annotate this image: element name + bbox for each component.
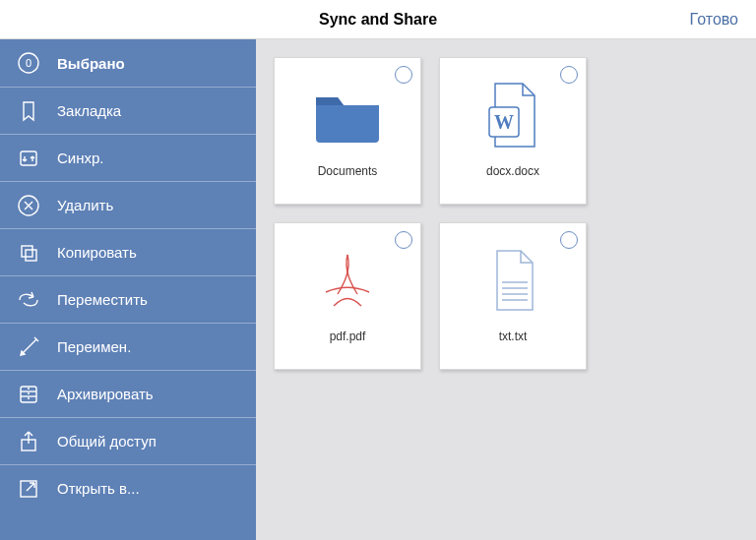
grid-tile-txt[interactable]: txt.txt bbox=[439, 222, 587, 370]
grid-tile-pdf[interactable]: pdf.pdf bbox=[274, 222, 421, 370]
svg-text:W: W bbox=[494, 111, 514, 133]
sidebar-item-label: Переимен. bbox=[57, 338, 131, 355]
sidebar-item-label: Удалить bbox=[57, 197, 113, 213]
sidebar-item-openin[interactable]: Открыть в... bbox=[0, 464, 256, 511]
pdf-icon bbox=[304, 237, 391, 324]
copy-icon bbox=[16, 240, 41, 266]
openin-icon bbox=[16, 476, 41, 502]
tile-label: pdf.pdf bbox=[330, 330, 366, 343]
sidebar-item-label: Открыть в... bbox=[57, 480, 140, 497]
sidebar-item-label: Синхр. bbox=[57, 150, 104, 166]
archive-icon bbox=[16, 382, 41, 407]
grid-tile-docx[interactable]: W docx.docx bbox=[439, 57, 587, 205]
grid-tile-folder[interactable]: Documents bbox=[274, 57, 421, 205]
sidebar-item-label: Копировать bbox=[57, 244, 137, 261]
done-button[interactable]: Готово bbox=[672, 11, 756, 29]
sidebar-item-copy[interactable]: Копировать bbox=[0, 228, 256, 275]
txt-icon bbox=[470, 237, 556, 324]
sidebar-item-share[interactable]: Общий доступ bbox=[0, 417, 256, 464]
move-icon bbox=[16, 287, 41, 313]
folder-icon bbox=[304, 72, 391, 158]
sidebar-item-rename[interactable]: Переимен. bbox=[0, 323, 256, 370]
docx-icon: W bbox=[470, 72, 556, 158]
sidebar-item-selected-count[interactable]: 0 Выбрано bbox=[0, 39, 256, 87]
sidebar-item-label: Выбрано bbox=[57, 55, 125, 72]
selected-count-icon: 0 bbox=[16, 50, 41, 76]
sidebar-item-bookmark[interactable]: Закладка bbox=[0, 87, 256, 134]
tile-select-circle[interactable] bbox=[395, 231, 412, 249]
sidebar-item-move[interactable]: Переместить bbox=[0, 275, 256, 323]
tile-label: Documents bbox=[318, 164, 378, 178]
sidebar-item-delete[interactable]: Удалить bbox=[0, 181, 256, 228]
sidebar-item-sync[interactable]: Синхр. bbox=[0, 134, 256, 181]
share-icon bbox=[16, 429, 41, 454]
sidebar-item-label: Переместить bbox=[57, 291, 148, 308]
page-title: Sync and Share bbox=[319, 11, 437, 29]
sidebar-item-archive[interactable]: Архивировать bbox=[0, 370, 256, 417]
sidebar-item-label: Общий доступ bbox=[57, 433, 157, 450]
sidebar: 0 Выбрано Закладка Синхр. Удалить bbox=[0, 39, 256, 540]
tile-label: docx.docx bbox=[486, 164, 539, 178]
file-grid: Documents W docx.docx pdf.pdf bbox=[256, 39, 756, 540]
svg-rect-4 bbox=[22, 246, 32, 257]
rename-icon bbox=[16, 334, 41, 360]
svg-text:0: 0 bbox=[26, 57, 32, 69]
sync-icon bbox=[16, 146, 41, 171]
tile-label: txt.txt bbox=[499, 330, 528, 343]
sidebar-item-label: Закладка bbox=[57, 102, 121, 119]
bookmark-icon bbox=[16, 98, 41, 124]
delete-icon bbox=[16, 193, 41, 218]
tile-select-circle[interactable] bbox=[560, 66, 578, 84]
svg-rect-5 bbox=[26, 250, 36, 261]
tile-select-circle[interactable] bbox=[560, 231, 578, 249]
topbar: Sync and Share Готово bbox=[0, 0, 756, 39]
tile-select-circle[interactable] bbox=[395, 66, 412, 84]
sidebar-item-label: Архивировать bbox=[57, 386, 154, 402]
